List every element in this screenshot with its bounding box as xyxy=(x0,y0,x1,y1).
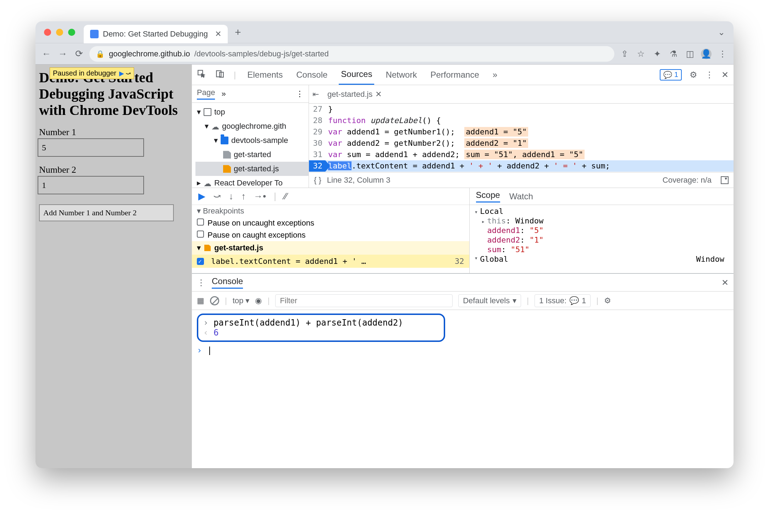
console-highlight-box: parseInt(addend1) + parseInt(addend2) 6 xyxy=(197,314,445,342)
clear-console-icon[interactable] xyxy=(210,296,219,305)
code-area[interactable]: 27} 28function updateLabel() { 29 var ad… xyxy=(309,104,734,172)
new-tab-button[interactable]: + xyxy=(235,26,241,38)
navigator-menu-icon[interactable]: ⋮ xyxy=(296,89,304,99)
scope-addend2: addend2: "1" xyxy=(470,235,734,245)
devtools-menu-icon[interactable]: ⋮ xyxy=(705,70,714,80)
num2-input[interactable] xyxy=(38,176,144,194)
console-filter-input[interactable] xyxy=(275,294,453,307)
svg-rect-1 xyxy=(216,71,221,77)
step-out-button[interactable]: ↑ xyxy=(241,191,246,202)
pause-uncaught-row[interactable]: Pause on uncaught exceptions xyxy=(192,217,469,229)
console-settings-icon[interactable]: ⚙ xyxy=(604,296,611,305)
editor-status-bar: { } Line 32, Column 3 Coverage: n/a xyxy=(309,172,734,188)
coverage-menu-icon[interactable] xyxy=(721,176,729,184)
sources-navigator: Page » ⋮ ▾top ▾googlechrome.gith ▾devtoo… xyxy=(192,85,309,188)
breakpoint-file-row[interactable]: ▾ get-started.js xyxy=(192,241,469,255)
num1-input[interactable] xyxy=(38,138,144,157)
tree-folder[interactable]: ▾devtools-sample xyxy=(195,133,309,148)
debugger-toolbar: ▶ ⤻ ↓ ↑ →• | ⁄⁄ xyxy=(192,188,469,205)
browser-tab[interactable]: Demo: Get Started Debugging ✕ xyxy=(84,25,228,43)
reload-button[interactable]: ⟳ xyxy=(73,48,85,60)
settings-icon[interactable]: ⚙ xyxy=(690,70,697,80)
tab-performance[interactable]: Performance xyxy=(428,65,481,85)
editor-tab-close-icon[interactable]: ✕ xyxy=(375,90,382,99)
scope-tab[interactable]: Scope xyxy=(476,190,500,203)
console-issues-button[interactable]: 1 Issue: 💬 1 xyxy=(535,294,591,307)
window-minimize-button[interactable] xyxy=(56,29,63,36)
step-button[interactable]: →• xyxy=(254,191,266,202)
tab-console[interactable]: Console xyxy=(294,65,330,85)
num1-label: Number 1 xyxy=(39,127,189,138)
scope-local[interactable]: Local xyxy=(470,206,734,216)
window-zoom-button[interactable] xyxy=(68,29,75,36)
tab-elements[interactable]: Elements xyxy=(245,65,285,85)
sidepanel-icon[interactable]: ◫ xyxy=(684,48,696,60)
tab-network[interactable]: Network xyxy=(383,65,419,85)
live-expression-icon[interactable]: ◉ xyxy=(255,296,262,305)
browser-toolbar: ← → ⟳ 🔒 googlechrome.github.io/devtools-… xyxy=(35,43,734,65)
tree-origin[interactable]: ▾googlechrome.gith xyxy=(195,119,309,133)
context-selector[interactable]: top ▾ xyxy=(233,296,250,305)
deactivate-breakpoints-button[interactable]: ⁄⁄ xyxy=(284,191,287,202)
favicon xyxy=(90,30,99,38)
tab-sources[interactable]: Sources xyxy=(339,65,374,85)
extensions-icon[interactable]: ✦ xyxy=(651,48,663,60)
tree-file-html[interactable]: get-started xyxy=(195,148,309,162)
log-levels-dropdown[interactable]: Default levels ▾ xyxy=(458,294,521,307)
console-prompt[interactable]: › xyxy=(197,345,729,355)
watch-tab[interactable]: Watch xyxy=(509,192,533,201)
tree-file-js[interactable]: get-started.js xyxy=(195,162,309,176)
back-button[interactable]: ← xyxy=(40,48,52,60)
breakpoints-header[interactable]: ▾ Breakpoints xyxy=(197,206,464,216)
tabs-overflow-icon[interactable]: ⌄ xyxy=(718,27,725,37)
navigator-more-icon[interactable]: » xyxy=(221,89,226,99)
share-icon[interactable]: ⇪ xyxy=(619,48,631,60)
step-into-button[interactable]: ↓ xyxy=(229,191,233,202)
scope-global[interactable]: GlobalWindow xyxy=(470,254,734,264)
tree-react-ext[interactable]: ▸React Developer To xyxy=(195,176,309,188)
bookmark-icon[interactable]: ☆ xyxy=(635,48,647,60)
overlay-resume-icon[interactable]: ▶ xyxy=(119,70,124,77)
tree-top[interactable]: ▾top xyxy=(195,105,309,119)
url-path: /devtools-samples/debug-js/get-started xyxy=(194,49,329,59)
issues-badge[interactable]: 💬 1 xyxy=(660,69,682,81)
profile-avatar[interactable]: 👤 xyxy=(700,48,712,60)
scope-this[interactable]: this: Window xyxy=(470,216,734,226)
pretty-print-icon[interactable]: { } xyxy=(314,176,321,185)
breakpoint-line-row[interactable]: label.textContent = addend1 + ' …32 xyxy=(192,255,469,268)
step-over-button[interactable]: ⤻ xyxy=(213,191,221,202)
url-domain: googlechrome.github.io xyxy=(109,49,190,59)
tabs-more-icon[interactable]: » xyxy=(491,65,499,85)
forward-button[interactable]: → xyxy=(57,48,69,60)
editor-sidebar-toggle-icon[interactable]: ⇤ xyxy=(312,90,319,99)
window-close-button[interactable] xyxy=(44,29,51,36)
coverage-label: Coverage: n/a xyxy=(663,176,712,185)
chrome-menu-icon[interactable]: ⋮ xyxy=(717,48,729,60)
add-button[interactable]: Add Number 1 and Number 2 xyxy=(39,204,174,221)
checkbox-icon[interactable] xyxy=(197,231,204,238)
navigator-page-tab[interactable]: Page xyxy=(197,88,215,100)
inspect-icon[interactable] xyxy=(197,69,206,81)
console-sidebar-icon[interactable]: ▦ xyxy=(197,296,204,305)
scope-sum: sum: "51" xyxy=(470,245,734,254)
console-output-line: 6 xyxy=(203,328,439,338)
paused-overlay: Paused in debugger ▶⤻ xyxy=(50,67,134,79)
tab-close-icon[interactable]: ✕ xyxy=(215,29,221,39)
checkbox-icon[interactable] xyxy=(197,218,204,226)
device-toggle-icon[interactable] xyxy=(215,69,225,81)
num2-label: Number 2 xyxy=(39,165,189,175)
editor-file-tab[interactable]: get-started.js✕ xyxy=(324,90,385,99)
overlay-step-icon[interactable]: ⤻ xyxy=(126,70,131,77)
devtools-close-icon[interactable]: ✕ xyxy=(721,70,729,80)
console-tab[interactable]: Console xyxy=(212,276,243,289)
pause-caught-row[interactable]: Pause on caught exceptions xyxy=(192,229,469,241)
resume-button[interactable]: ▶ xyxy=(198,191,205,202)
console-menu-icon[interactable]: ⋮ xyxy=(197,278,205,288)
lock-icon: 🔒 xyxy=(96,50,105,58)
console-close-icon[interactable]: ✕ xyxy=(721,278,729,288)
checkbox-on-icon[interactable] xyxy=(197,258,204,265)
address-bar[interactable]: 🔒 googlechrome.github.io/devtools-sample… xyxy=(89,46,614,62)
labs-icon[interactable]: ⚗ xyxy=(668,48,680,60)
debugger-pane: ▶ ⤻ ↓ ↑ →• | ⁄⁄ ▾ Breakpoints Pause on u… xyxy=(192,188,470,273)
cursor-position: Line 32, Column 3 xyxy=(327,176,391,185)
